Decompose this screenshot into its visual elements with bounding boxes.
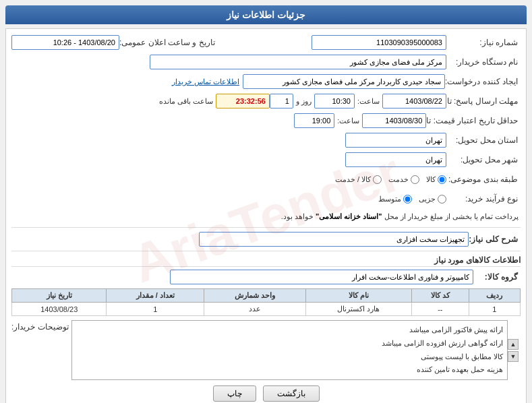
sharh-koli-label: شرح کلی نیاز: [469,235,521,244]
countdown-input [216,94,270,108]
rooz-label: روز و [296,97,312,106]
group-kala-input[interactable] [170,270,473,284]
shomare-niaz-input[interactable] [312,35,446,50]
tarikh-etibar-label: حداقل تاریخ اعتبار قیمت: تا [426,116,521,125]
motevaset-radio[interactable] [403,195,412,204]
description-label: توضیحات خریدار: [11,320,71,380]
divider-2 [11,251,521,251]
ijad-konande-input[interactable] [243,74,445,89]
group-kala-label: گروه کالا: [473,272,521,282]
tabagheh-label: طبقه بندی موضوعی: [446,175,521,184]
motevaset-option[interactable]: متوسط [378,195,412,204]
saat-ersal-input[interactable] [314,94,355,108]
ostan-input[interactable] [345,133,446,148]
tabagheh-kala-khedmat-option[interactable]: کالا / خدمت [335,175,382,184]
col-tedad: تعداد / مقدار [107,289,204,303]
jozii-radio[interactable] [438,195,446,204]
chap-button[interactable]: چاپ [213,385,256,402]
shomare-niaz-label: شماره نیاز: [446,38,521,47]
tabagheh-kala-khedmat-radio[interactable] [373,175,382,184]
desc-line-3: کالا مطابق با لیست پیوستی [76,350,503,364]
note-row: پرداخت تمام یا بخشی از مبلغ خریدار از مح… [11,210,521,223]
rooz-input[interactable] [270,94,293,108]
nam-dastgah-label: نام دستگاه خریدار: [446,57,521,67]
note-suffix: خواهد بود. [281,212,314,220]
ijad-konande-label: ایجاد کننده درخواست: [445,77,521,86]
saat-label-ersal: ساعت: [357,97,380,106]
ijad-konande-link[interactable]: اطلاعات تماس خریدار [172,78,239,86]
ostan-label: استان محل تحویل: [446,135,521,145]
tarikh-etibar-date-input[interactable] [362,113,426,128]
cell-nam-kala: هارد اکسترنال [306,303,412,316]
shahr-input[interactable] [345,152,446,167]
tabagheh-radio-group: کالا خدمت کالا / خدمت [335,175,446,184]
divider-1 [11,227,521,228]
cell-radif: 1 [469,303,520,316]
kala-table-section: ردیف کد کالا نام کالا واحد شمارش تعداد /… [11,288,521,316]
shahr-label: شهر محل تحویل: [446,155,521,164]
cell-kod-kala: -- [411,303,469,316]
description-section: ▲ ▼ ارائه پیش فاکتور الزامی میباشد ارائه… [11,320,521,380]
desc-line-2: ارائه گواهی ارزش افزوده الزامی میباشد [76,337,503,350]
description-content: ارائه پیش فاکتور الزامی میباشد ارائه گوا… [71,320,508,380]
tabagheh-khedmat-option[interactable]: خدمت [388,175,419,184]
scroll-up-btn[interactable]: ▲ [508,339,519,350]
col-kod-kala: کد کالا [411,289,469,303]
saat-etibar-input[interactable] [294,113,334,128]
col-tarikh: تاریخ نیاز [12,289,107,303]
page-title: جزئیات اطلاعات نیاز [5,5,527,24]
col-nam-kala: نام کالا [306,289,412,303]
button-row: بازگشت چاپ [11,385,521,402]
now-farayand-label: نوع فرآیند خرید: [446,194,521,204]
desc-line-1: ارائه پیش فاکتور الزامی میباشد [76,323,503,337]
tabagheh-kala-radio[interactable] [438,175,446,184]
col-vahed: واحد شمارش [204,289,306,303]
now-farayand-radio-group: جزیی متوسط [378,195,446,204]
public-announce-input[interactable] [11,35,119,50]
cell-vahed: عدد [204,303,306,316]
tabagheh-kala-option[interactable]: کالا [426,175,446,184]
nam-dastgah-input[interactable] [150,55,446,69]
tarikh-ersal-date-input[interactable] [382,94,446,108]
tarikh-ersal-label: مهلت ارسال پاسخ: تا [446,96,521,106]
sharh-koli-input[interactable] [199,232,469,247]
saat-label-etibar: ساعت: [337,117,359,125]
note-bold: "اسناد خزانه اسلامی" [316,212,382,220]
baqi-label: ساعت باقی مانده [159,97,213,106]
bazgasht-button[interactable]: بازگشت [263,385,320,402]
desc-line-4: هزینه حمل بعهده تامین کننده [76,363,503,377]
tabagheh-khedmat-radio[interactable] [411,175,419,184]
kala-info-title: اطلاعات کالاهای مورد نیاز [11,255,521,267]
col-radif: ردیف [469,289,520,303]
note-text-main: پرداخت تمام یا بخشی از مبلغ خریدار از مح… [382,212,519,220]
scroll-arrows: ▲ ▼ [508,320,519,380]
public-announce-label: تاریخ و ساعت اعلان عمومی: [119,38,218,47]
cell-tedad: 1 [107,303,204,316]
cell-tarikh: 1403/08/23 [12,303,107,316]
table-row: 1 -- هارد اکسترنال عدد 1 1403/08/23 [12,303,521,316]
scroll-down-btn[interactable]: ▼ [508,351,519,362]
jozii-option[interactable]: جزیی [419,195,446,204]
kala-table: ردیف کد کالا نام کالا واحد شمارش تعداد /… [11,288,521,316]
